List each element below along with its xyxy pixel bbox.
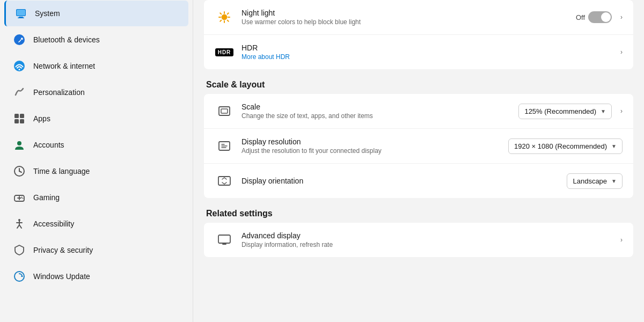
display-resolution-value: 1920 × 1080 (Recommended)	[514, 142, 607, 150]
network-icon	[13, 60, 26, 72]
advanced-display-icon	[215, 230, 234, 250]
svg-rect-8	[14, 114, 19, 118]
svg-rect-11	[20, 119, 24, 123]
night-light-control: Off ›	[576, 11, 623, 23]
hdr-badge: HDR	[215, 48, 234, 56]
accessibility-icon	[13, 217, 26, 230]
scale-control: 125% (Recommended) ▼ ›	[518, 104, 623, 119]
sidebar-label-accessibility: Accessibility	[33, 219, 74, 228]
sidebar-label-update: Windows Update	[33, 272, 90, 281]
sidebar-label-personalization: Personalization	[33, 88, 85, 97]
system-icon	[14, 7, 27, 20]
display-resolution-control: 1920 × 1080 (Recommended) ▼	[508, 138, 623, 154]
sidebar-item-bluetooth[interactable]: ⭧ Bluetooth & devices	[4, 27, 188, 53]
night-light-title: Night light	[241, 9, 576, 17]
svg-point-7	[19, 69, 20, 70]
sidebar-item-personalization[interactable]: Personalization	[4, 79, 188, 105]
accounts-icon	[13, 138, 26, 151]
related-heading: Related settings	[204, 200, 633, 223]
display-resolution-row[interactable]: Display resolution Adjust the resolution…	[204, 129, 633, 164]
sidebar-label-apps: Apps	[33, 114, 50, 123]
night-light-toggle[interactable]	[588, 11, 612, 23]
svg-line-33	[220, 13, 221, 14]
svg-point-12	[17, 141, 21, 145]
sidebar-item-accounts[interactable]: Accounts	[4, 132, 188, 158]
svg-line-15	[19, 171, 21, 172]
scale-layout-card: Scale Change the size of text, apps, and…	[204, 94, 633, 198]
hdr-subtitle: More about HDR	[241, 53, 616, 61]
display-orientation-row[interactable]: Display orientation Landscape ▼	[204, 164, 633, 198]
display-orientation-title: Display orientation	[241, 177, 567, 185]
svg-point-20	[23, 198, 24, 199]
display-resolution-dropdown[interactable]: 1920 × 1080 (Recommended) ▼	[508, 138, 623, 154]
sidebar-item-time[interactable]: Time & language	[4, 158, 188, 184]
sidebar-item-update[interactable]: Windows Update	[4, 264, 188, 289]
scale-dropdown[interactable]: 125% (Recommended) ▼	[518, 104, 612, 119]
svg-line-35	[228, 13, 229, 14]
resolution-dropdown-arrow: ▼	[611, 143, 617, 149]
sidebar-label-privacy: Privacy & security	[33, 246, 93, 254]
svg-line-25	[19, 225, 21, 228]
sidebar-item-privacy[interactable]: Privacy & security	[4, 237, 188, 263]
display-orientation-value: Landscape	[573, 177, 607, 185]
display-resolution-icon	[215, 136, 234, 156]
sidebar-item-apps[interactable]: Apps	[4, 106, 188, 131]
display-resolution-title: Display resolution	[241, 137, 508, 146]
svg-line-34	[228, 20, 229, 21]
sidebar-label-network: Network & internet	[33, 62, 95, 70]
scale-layout-heading: Scale & layout	[204, 71, 633, 94]
top-settings-card: Night light Use warmer colors to help bl…	[204, 0, 633, 69]
night-light-icon	[215, 8, 234, 27]
sidebar-label-time: Time & language	[33, 167, 90, 175]
svg-rect-38	[221, 109, 228, 113]
orientation-dropdown-arrow: ▼	[611, 178, 617, 184]
sidebar-label-bluetooth: Bluetooth & devices	[33, 35, 100, 44]
sidebar-item-gaming[interactable]: Gaming	[4, 185, 188, 210]
main-content: Night light Use warmer colors to help bl…	[193, 0, 644, 322]
svg-line-36	[220, 20, 221, 21]
night-light-toggle-label: Off	[576, 13, 585, 21]
scale-text: Scale Change the size of text, apps, and…	[241, 103, 518, 120]
apps-icon	[13, 112, 26, 125]
night-light-subtitle: Use warmer colors to help block blue lig…	[241, 18, 576, 26]
scale-value: 125% (Recommended)	[524, 107, 596, 115]
privacy-icon	[13, 244, 26, 257]
advanced-display-subtitle: Display information, refresh rate	[241, 241, 616, 248]
display-orientation-control: Landscape ▼	[567, 173, 623, 189]
svg-text:⭧: ⭧	[17, 36, 24, 44]
personalization-icon	[13, 86, 26, 99]
update-icon	[13, 270, 26, 283]
advanced-display-row[interactable]: Advanced display Display information, re…	[204, 223, 633, 257]
svg-rect-37	[219, 107, 230, 115]
hdr-chevron: ›	[620, 48, 623, 56]
sidebar: System ⭧ Bluetooth & devices Network & i…	[0, 0, 193, 322]
scale-title: Scale	[241, 103, 518, 111]
night-light-chevron: ›	[620, 13, 623, 21]
svg-rect-44	[218, 235, 230, 243]
display-resolution-subtitle: Adjust the resolution to fit your connec…	[241, 147, 508, 155]
svg-point-28	[222, 14, 227, 20]
time-icon	[13, 165, 26, 178]
advanced-display-text: Advanced display Display information, re…	[241, 231, 616, 248]
scale-row[interactable]: Scale Change the size of text, apps, and…	[204, 94, 633, 129]
display-resolution-text: Display resolution Adjust the resolution…	[241, 137, 508, 155]
scale-chevron: ›	[620, 107, 623, 115]
sidebar-item-system[interactable]: System	[4, 1, 188, 26]
display-orientation-text: Display orientation	[241, 177, 567, 185]
hdr-link[interactable]: More about HDR	[241, 53, 290, 61]
sidebar-item-accessibility[interactable]: Accessibility	[4, 211, 188, 237]
display-orientation-dropdown[interactable]: Landscape ▼	[567, 173, 623, 189]
advanced-display-title: Advanced display	[241, 231, 616, 240]
hdr-row[interactable]: HDR HDR More about HDR ›	[204, 35, 633, 69]
related-settings-card: Advanced display Display information, re…	[204, 223, 633, 257]
advanced-display-chevron: ›	[620, 236, 623, 244]
scale-subtitle: Change the size of text, apps, and other…	[241, 112, 518, 120]
display-orientation-icon	[215, 171, 234, 191]
sidebar-item-network[interactable]: Network & internet	[4, 53, 188, 79]
scale-icon	[215, 101, 234, 121]
toggle-knob	[601, 12, 611, 22]
night-light-row[interactable]: Night light Use warmer colors to help bl…	[204, 0, 633, 35]
svg-rect-3	[18, 18, 24, 19]
sidebar-label-system: System	[35, 9, 60, 18]
advanced-display-control: ›	[616, 236, 623, 244]
